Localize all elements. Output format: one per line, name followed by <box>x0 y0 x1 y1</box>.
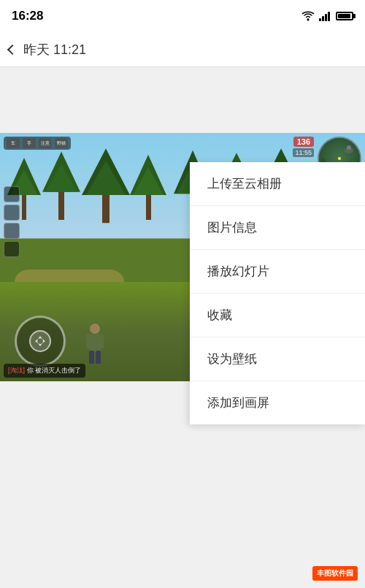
status-time: 16:28 <box>12 9 43 23</box>
battery-icon <box>336 12 353 20</box>
hud-stats: 136 11:55 <box>293 137 314 157</box>
menu-item-upload-cloud[interactable]: 上传至云相册 <box>190 162 365 206</box>
joystick-center <box>29 330 51 352</box>
menu-item-image-info[interactable]: 图片信息 <box>190 206 365 250</box>
svg-point-33 <box>90 324 100 334</box>
svg-marker-32 <box>42 339 45 343</box>
side-icon-2 <box>4 205 20 221</box>
hud-icon-4: 野猫 <box>55 138 68 148</box>
context-menu: 上传至云相册 图片信息 播放幻灯片 收藏 设为壁纸 添加到画屏 <box>190 162 365 424</box>
back-arrow-icon <box>7 44 18 54</box>
nav-bar: 昨天 11:21 <box>0 32 365 67</box>
svg-marker-31 <box>35 339 38 343</box>
menu-item-slideshow[interactable]: 播放幻灯片 <box>190 250 365 294</box>
dpad-icon <box>34 335 46 347</box>
svg-marker-30 <box>38 343 42 346</box>
hud-top-bar: 车 手 注意 野猫 <box>4 137 71 150</box>
svg-point-0 <box>307 19 310 21</box>
svg-rect-35 <box>86 334 92 348</box>
menu-item-add-to-screen[interactable]: 添加到画屏 <box>190 381 365 424</box>
main-content: 车 手 注意 野猫 136 11:55 <box>0 67 365 588</box>
wifi-icon <box>301 11 315 21</box>
signal-icon <box>319 11 330 21</box>
bird-icon <box>342 142 356 156</box>
watermark-text: 丰图软件园 <box>317 569 353 577</box>
hud-icon-3: 注意 <box>39 138 52 148</box>
watermark: 丰图软件园 <box>312 566 358 581</box>
player-character <box>80 323 110 367</box>
menu-item-collect[interactable]: 收藏 <box>190 294 365 337</box>
status-bar: 16:28 <box>0 0 365 32</box>
svg-point-28 <box>347 145 351 150</box>
menu-item-set-wallpaper[interactable]: 设为壁纸 <box>190 337 365 381</box>
svg-rect-37 <box>89 351 94 364</box>
side-icon-1 <box>4 186 20 202</box>
side-icon-3 <box>4 223 20 239</box>
hud-icon-2: 手 <box>23 138 36 148</box>
hud-icon-1: 车 <box>7 138 20 148</box>
back-button[interactable]: 昨天 11:21 <box>9 41 86 58</box>
joystick <box>15 316 66 367</box>
svg-marker-29 <box>38 336 42 339</box>
kill-prefix: [淘汰] <box>8 367 25 374</box>
player-dot <box>338 157 341 160</box>
nav-title: 昨天 11:21 <box>23 41 86 58</box>
svg-rect-36 <box>98 334 104 348</box>
status-icons <box>301 11 353 21</box>
hud-timer: 11:55 <box>293 148 314 157</box>
kill-notification: [淘汰] 你 被消灭人击倒了 <box>4 364 85 378</box>
health-value: 136 <box>293 137 314 147</box>
side-icon-4 <box>4 241 20 257</box>
svg-rect-38 <box>96 351 101 364</box>
kill-text: 你 被消灭人击倒了 <box>27 367 82 374</box>
hud-side-icons <box>4 186 20 257</box>
